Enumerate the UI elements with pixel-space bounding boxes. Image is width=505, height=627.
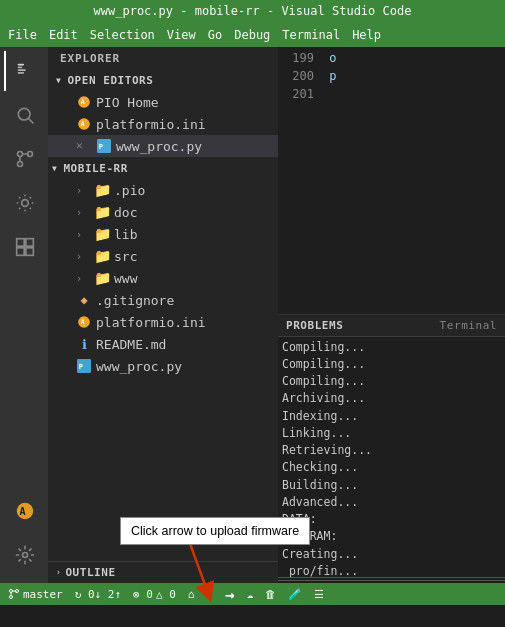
source-control-activity-icon[interactable] (4, 139, 44, 179)
trash-icon: 🗑 (265, 588, 276, 601)
pio-home-label: PIO Home (96, 95, 159, 110)
upload-arrow-item[interactable]: → (225, 585, 235, 604)
file-platformio-ini[interactable]: A platformio.ini (48, 311, 278, 333)
line-text-199: o (329, 51, 336, 65)
cloud-item[interactable]: ☁ (247, 588, 254, 601)
output-line-10: DATA: (282, 511, 501, 528)
svg-rect-1 (18, 66, 23, 68)
folder-lib[interactable]: › 📁 lib (48, 223, 278, 245)
svg-point-4 (18, 108, 30, 120)
svg-text:P: P (99, 143, 103, 151)
menu-go[interactable]: Go (208, 28, 222, 42)
line-text-200: p (329, 69, 336, 83)
gitignore-label: .gitignore (96, 293, 174, 308)
platformio-ini-label-open: platformio.ini (96, 117, 206, 132)
activity-bar: A (0, 47, 48, 583)
lib-folder-icon: 📁 (94, 226, 110, 242)
menu-help[interactable]: Help (352, 28, 381, 42)
svg-text:A: A (20, 506, 26, 517)
output-line-2: Compiling... (282, 373, 501, 390)
readme-icon: ℹ (76, 336, 92, 352)
editor-area: 199 o 200 p 201 PROBLEMS Terminal Compil… (278, 47, 505, 583)
svg-rect-11 (26, 239, 34, 247)
folder-www[interactable]: › 📁 www (48, 267, 278, 289)
menu-view[interactable]: View (167, 28, 196, 42)
git-branch-item[interactable]: master (8, 588, 63, 601)
upload-arrow-icon[interactable]: → (225, 585, 235, 604)
folder-pio[interactable]: › 📁 .pio (48, 179, 278, 201)
open-editors-section[interactable]: ▼ OPEN EDITORS (48, 69, 278, 91)
chevron-lib: › (76, 229, 90, 240)
svg-rect-0 (18, 64, 24, 66)
sync-item[interactable]: ↻ 0↓ 2↑ (75, 588, 121, 601)
svg-line-5 (29, 119, 34, 124)
folder-src[interactable]: › 📁 src (48, 245, 278, 267)
open-editor-pio-home[interactable]: A PIO Home (48, 91, 278, 113)
code-line-201: 201 (284, 85, 499, 103)
svg-point-7 (18, 162, 23, 167)
open-editor-platformio-ini[interactable]: A platformio.ini (48, 113, 278, 135)
output-line-5: Linking... (282, 425, 501, 442)
code-line-199: 199 o (284, 49, 499, 67)
errors-label: ⊗ 0 (133, 588, 153, 601)
status-bar: master ↻ 0↓ 2↑ ⊗ 0 △ 0 ⌂ ✓ → ☁ 🗑 🧪 ☰ Cli… (0, 583, 505, 605)
code-line-200: 200 p (284, 67, 499, 85)
close-www-proc-icon[interactable]: ✕ (76, 139, 90, 153)
pio-activity-icon[interactable]: A (4, 491, 44, 531)
debug-activity-icon[interactable] (4, 183, 44, 223)
menu-selection[interactable]: Selection (90, 28, 155, 42)
svg-text:A: A (81, 120, 85, 128)
file-gitignore[interactable]: ◆ .gitignore (48, 289, 278, 311)
cloud-icon: ☁ (247, 588, 254, 601)
output-line-12: Creating... (282, 546, 501, 563)
file-readme[interactable]: ℹ README.md (48, 333, 278, 355)
svg-point-6 (18, 152, 23, 157)
list-icon: ☰ (314, 588, 324, 601)
output-line-11: PROGRAM: (282, 528, 501, 545)
extensions-activity-icon[interactable] (4, 227, 44, 267)
settings-activity-icon[interactable] (4, 535, 44, 575)
activity-bottom-group: A (4, 491, 44, 583)
www-proc-py-icon-open: P (96, 138, 112, 154)
svg-rect-2 (18, 69, 26, 71)
folder-doc[interactable]: › 📁 doc (48, 201, 278, 223)
output-line-0: Compiling... (282, 339, 501, 356)
sidebar: EXPLORER ▼ OPEN EDITORS A PIO Home A pla… (48, 47, 278, 583)
open-editor-www-proc-py[interactable]: ✕ P www_proc.py (48, 135, 278, 157)
test-item[interactable]: 🧪 (288, 588, 302, 601)
svg-rect-13 (26, 248, 34, 256)
output-line-13: _pro/fin... (282, 563, 501, 577)
title-bar: www_proc.py - mobile-rr - Visual Studio … (0, 0, 505, 22)
trash-item[interactable]: 🗑 (265, 588, 276, 601)
menu-debug[interactable]: Debug (234, 28, 270, 42)
file-www-proc-py[interactable]: P www_proc.py (48, 355, 278, 377)
test-icon: 🧪 (288, 588, 302, 601)
menu-terminal[interactable]: Terminal (282, 28, 340, 42)
main-layout: A EXPLORER ▼ OPEN EDITORS A PIO Home A p… (0, 47, 505, 583)
pio-folder-label: .pio (114, 183, 145, 198)
menu-edit[interactable]: Edit (49, 28, 78, 42)
pio-home-icon: A (76, 94, 92, 110)
svg-point-16 (23, 553, 28, 558)
outline-label: OUTLINE (65, 566, 115, 579)
list-item[interactable]: ☰ (314, 588, 324, 601)
www-proc-py-label: www_proc.py (96, 359, 182, 374)
sync-label: ↻ 0↓ 2↑ (75, 588, 121, 601)
readme-label: README.md (96, 337, 166, 352)
search-activity-icon[interactable] (4, 95, 44, 135)
svg-point-9 (22, 200, 29, 207)
menu-file[interactable]: File (8, 28, 37, 42)
sidebar-title: EXPLORER (48, 47, 278, 69)
explorer-activity-icon[interactable] (4, 51, 44, 91)
home-item[interactable]: ⌂ (188, 588, 195, 601)
errors-item[interactable]: ⊗ 0 △ 0 (133, 588, 176, 601)
chevron-www: › (76, 273, 90, 284)
www-proc-py-icon: P (76, 358, 92, 374)
output-content: Compiling... Compiling... Compiling... A… (278, 337, 505, 578)
output-line-4: Indexing... (282, 408, 501, 425)
home-icon: ⌂ (188, 588, 195, 601)
check-item[interactable]: ✓ (206, 588, 213, 601)
title-text: www_proc.py - mobile-rr - Visual Studio … (94, 4, 412, 18)
outline-section[interactable]: › OUTLINE (48, 561, 278, 583)
mobile-rr-section[interactable]: ▼ MOBILE-RR (48, 157, 278, 179)
